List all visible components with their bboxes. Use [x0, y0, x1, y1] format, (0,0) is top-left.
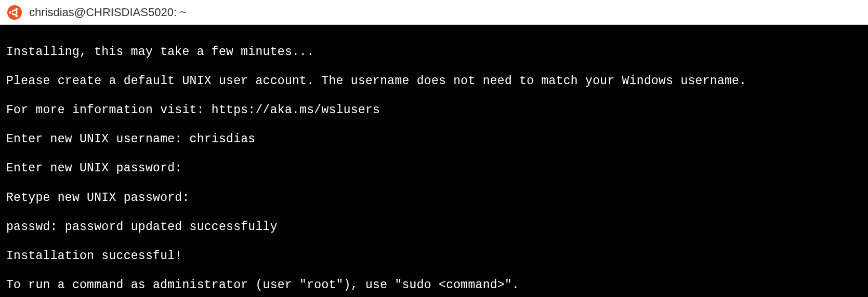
terminal-area[interactable]: Installing, this may take a few minutes.…	[0, 25, 868, 297]
terminal-line: For more information visit: https://aka.…	[6, 103, 862, 117]
terminal-line: Please create a default UNIX user accoun…	[6, 74, 862, 88]
terminal-line: To run a command as administrator (user …	[6, 278, 862, 292]
terminal-line: Enter new UNIX username: chrisdias	[6, 132, 862, 146]
svg-point-2	[16, 7, 18, 10]
terminal-line: passwd: password updated successfully	[6, 220, 862, 234]
terminal-line: Installation successful!	[6, 249, 862, 263]
svg-point-1	[9, 11, 11, 14]
terminal-line: Retype new UNIX password:	[6, 191, 862, 205]
terminal-line: Installing, this may take a few minutes.…	[6, 45, 862, 59]
terminal-line: Enter new UNIX password:	[6, 161, 862, 176]
svg-point-3	[16, 15, 18, 17]
ubuntu-icon	[7, 5, 22, 20]
window-title: chrisdias@CHRISDIAS5020: ~	[29, 6, 187, 19]
title-bar[interactable]: chrisdias@CHRISDIAS5020: ~	[0, 0, 868, 25]
